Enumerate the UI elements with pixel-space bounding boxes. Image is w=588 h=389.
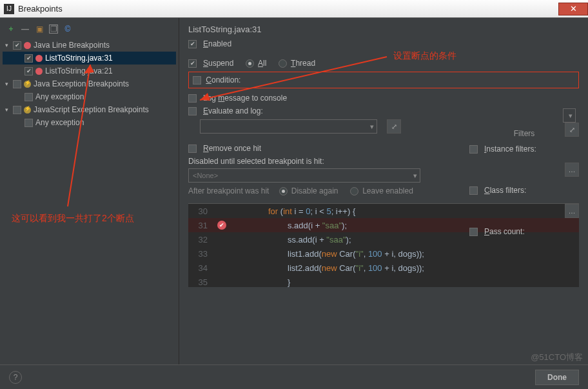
group-icon[interactable]: © (63, 25, 72, 34)
instance-filters-button[interactable]: … (565, 163, 579, 177)
radio-thread-label: Thread (291, 59, 315, 68)
breakpoint-tree: ▾ Java Line Breakpoints ListToString.jav… (0, 39, 179, 129)
breakpoint-label: ListToString.java:21 (45, 66, 113, 75)
checkbox[interactable] (24, 54, 33, 63)
after-hit-label: After breakpoint was hit (188, 186, 269, 195)
exception-icon (24, 81, 31, 88)
code-line: list1.add(new Car("i", 100 + i, dogs)); (230, 249, 424, 259)
checkbox[interactable] (13, 106, 21, 114)
suspend-label: Suspend (203, 59, 233, 68)
expand-icon[interactable]: ▾ (5, 106, 13, 113)
line-number: 33 (188, 249, 214, 259)
group-label: JavaScript Exception Breakpoints (34, 105, 149, 114)
radio-thread[interactable] (279, 59, 287, 68)
tree-item-bp1[interactable]: ListToString.java:31 (3, 52, 176, 65)
checkbox[interactable] (13, 41, 21, 50)
disable-again-label: Disable again (291, 186, 338, 195)
tree-item-bp2[interactable]: ListToString.java:21 (3, 65, 176, 77)
breakpoints-sidebar: + — ▣ ❐ © ▾ Java Line Breakpoints ListTo… (0, 18, 179, 364)
code-line: for (int i = 0; i < 5; i++) { (230, 206, 355, 216)
pass-count-checkbox[interactable] (469, 228, 478, 236)
eval-input[interactable] (200, 119, 377, 134)
window-title: Breakpoints (18, 4, 63, 14)
filters-title: Filters (469, 129, 579, 138)
tree-item-any1[interactable]: Any exception (3, 90, 176, 103)
code-line: list2.add(new Car("i", 100 + i, dogs)); (230, 263, 424, 273)
filters-panel: Filters Instance filters: … Class filter… (469, 129, 579, 245)
enabled-checkbox[interactable] (188, 40, 197, 48)
detail-title: ListToString.java:31 (188, 25, 579, 34)
tree-group-java-exception[interactable]: ▾ Java Exception Breakpoints (3, 77, 176, 90)
radio-leave-enabled[interactable] (350, 187, 358, 195)
condition-history-dropdown[interactable] (563, 108, 576, 123)
suspend-checkbox[interactable] (188, 59, 197, 68)
condition-checkbox[interactable] (193, 76, 201, 85)
code-line: } (230, 277, 290, 287)
remove-checkbox[interactable] (188, 145, 197, 153)
done-button[interactable]: Done (535, 370, 579, 385)
watermark: @51CTO博客 (531, 352, 583, 363)
checkbox[interactable] (24, 119, 33, 127)
code-line: s.add(i + "saa"); (230, 221, 347, 230)
line-number: 31 (188, 221, 214, 230)
remove-breakpoint-icon[interactable]: — (21, 25, 30, 34)
group-label: Java Line Breakpoints (34, 41, 110, 50)
log-label: Log message to console (203, 94, 287, 103)
line-number: 35 (188, 277, 214, 287)
exception-label: Any exception (35, 92, 84, 101)
breakpoint-icon (35, 68, 43, 75)
app-icon: IJ (4, 4, 14, 14)
disabled-until-dropdown[interactable]: <None> (188, 168, 420, 183)
remove-label: Remove once hit (203, 144, 261, 153)
copy-icon[interactable]: ❐ (49, 25, 58, 34)
line-number: 30 (188, 206, 214, 216)
class-filters-label: Class filters: (484, 186, 526, 195)
dialog-footer: ? Done (0, 364, 588, 389)
group-label: Java Exception Breakpoints (34, 79, 129, 88)
code-line: ss.add(i + "saa"); (230, 235, 351, 244)
line-number: 32 (188, 235, 214, 244)
radio-disable-again[interactable] (279, 187, 288, 195)
breakpoint-icon (24, 42, 31, 49)
leave-enabled-label: Leave enabled (362, 186, 413, 195)
expand-icon[interactable]: ▾ (5, 81, 13, 87)
radio-all-label: All (258, 59, 266, 68)
breakpoint-details: ListToString.java:31 Enabled Suspend All… (179, 18, 588, 364)
class-filters-button[interactable]: … (565, 204, 579, 218)
folder-icon[interactable]: ▣ (35, 25, 44, 34)
pass-count-label: Pass count: (484, 227, 525, 236)
condition-section: Condition: (188, 72, 579, 88)
gutter-breakpoint-icon[interactable]: ✔ (217, 221, 226, 230)
log-checkbox[interactable] (188, 94, 197, 103)
checkbox[interactable] (24, 67, 33, 75)
breakpoint-label: ListToString.java:31 (45, 54, 113, 63)
tree-item-any2[interactable]: Any exception (3, 116, 176, 129)
eval-label: Evaluate and log: (203, 106, 263, 115)
checkbox[interactable] (13, 80, 21, 88)
add-breakpoint-icon[interactable]: + (6, 25, 15, 34)
help-button[interactable]: ? (9, 371, 22, 384)
instance-filters-checkbox[interactable] (469, 145, 478, 154)
expand-icon[interactable]: ▾ (5, 42, 13, 48)
tree-group-java-line[interactable]: ▾ Java Line Breakpoints (3, 39, 176, 52)
condition-label: Condition: (206, 75, 240, 85)
eval-checkbox[interactable] (188, 107, 197, 115)
instance-filters-label: Instance filters: (484, 145, 536, 154)
exception-icon (24, 106, 31, 114)
radio-all[interactable] (246, 59, 254, 68)
line-number: 34 (188, 263, 214, 273)
close-button[interactable]: ✕ (558, 3, 588, 15)
checkbox[interactable] (24, 93, 33, 101)
class-filters-checkbox[interactable] (469, 186, 478, 195)
titlebar: IJ Breakpoints ✕ (0, 0, 588, 18)
tree-group-js-exception[interactable]: ▾ JavaScript Exception Breakpoints (3, 103, 176, 116)
exception-label: Any exception (35, 118, 84, 127)
eval-expand-button[interactable]: ⤢ (387, 119, 401, 134)
sidebar-toolbar: + — ▣ ❐ © (0, 22, 179, 39)
breakpoint-icon (35, 55, 43, 62)
enabled-label: Enabled (203, 39, 231, 48)
